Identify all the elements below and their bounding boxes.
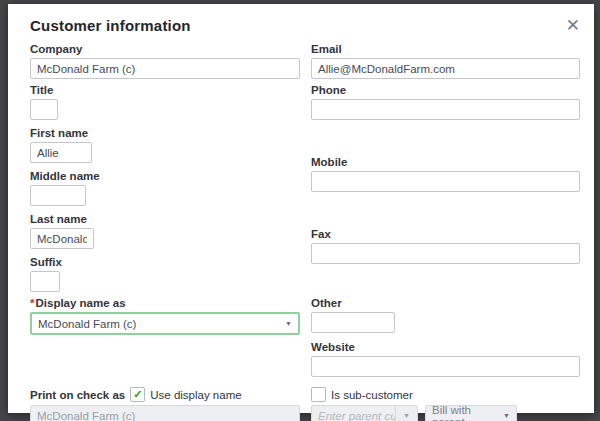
page-background: Customer information ✕ Company Email: [0, 0, 600, 421]
bill-with-parent-select: Bill with parent ▼: [425, 405, 517, 421]
suffix-label: Suffix: [30, 256, 60, 268]
middle-name-label: Middle name: [30, 170, 86, 182]
print-on-check-input: McDonald Farm (c): [30, 405, 300, 421]
required-asterisk: *: [30, 297, 34, 309]
print-on-check-label: Print on check as: [30, 389, 125, 401]
company-label: Company: [30, 43, 300, 55]
title-input[interactable]: [30, 99, 58, 120]
fax-input[interactable]: [311, 243, 580, 264]
bill-with-parent-value: Bill with parent: [432, 404, 503, 421]
suffix-input[interactable]: [30, 271, 60, 292]
parent-customer-placeholder: Enter parent custome: [318, 410, 395, 421]
mobile-input[interactable]: [311, 171, 580, 192]
title-label: Title: [30, 84, 58, 96]
dialog-title: Customer information: [30, 17, 191, 34]
first-name-label: First name: [30, 127, 92, 139]
customer-information-dialog: Customer information ✕ Company Email: [8, 4, 594, 413]
is-sub-customer-label: Is sub-customer: [331, 389, 413, 401]
parent-customer-select: Enter parent custome ▼: [311, 405, 418, 421]
fax-label: Fax: [311, 228, 580, 240]
phone-input[interactable]: [311, 99, 580, 120]
display-name-select[interactable]: McDonald Farm (c) ▼: [30, 312, 300, 335]
other-label: Other: [311, 297, 395, 309]
display-name-label: *Display name as: [30, 297, 300, 309]
mobile-label: Mobile: [311, 156, 580, 168]
use-display-name-label: Use display name: [150, 389, 241, 401]
checkmark-icon: ✓: [133, 389, 142, 400]
is-sub-customer-checkbox[interactable]: [311, 387, 326, 402]
last-name-input[interactable]: [30, 228, 94, 249]
use-display-name-checkbox[interactable]: ✓: [130, 387, 145, 402]
other-input[interactable]: [311, 312, 395, 333]
chevron-down-icon: ▼: [285, 320, 292, 327]
last-name-label: Last name: [30, 213, 94, 225]
dialog-header: Customer information ✕: [8, 4, 594, 34]
email-label: Email: [311, 43, 580, 55]
website-input[interactable]: [311, 356, 580, 377]
phone-label: Phone: [311, 84, 580, 96]
middle-name-input[interactable]: [30, 185, 86, 206]
first-name-input[interactable]: [30, 142, 92, 163]
chevron-down-icon: ▼: [503, 412, 510, 419]
close-icon[interactable]: ✕: [566, 17, 580, 34]
customer-form: Company Email Title First name: [8, 34, 594, 421]
display-name-value: McDonald Farm (c): [38, 318, 136, 330]
email-input[interactable]: [311, 58, 580, 79]
website-label: Website: [311, 341, 580, 353]
company-input[interactable]: [30, 58, 300, 79]
chevron-down-icon: ▼: [395, 406, 417, 421]
